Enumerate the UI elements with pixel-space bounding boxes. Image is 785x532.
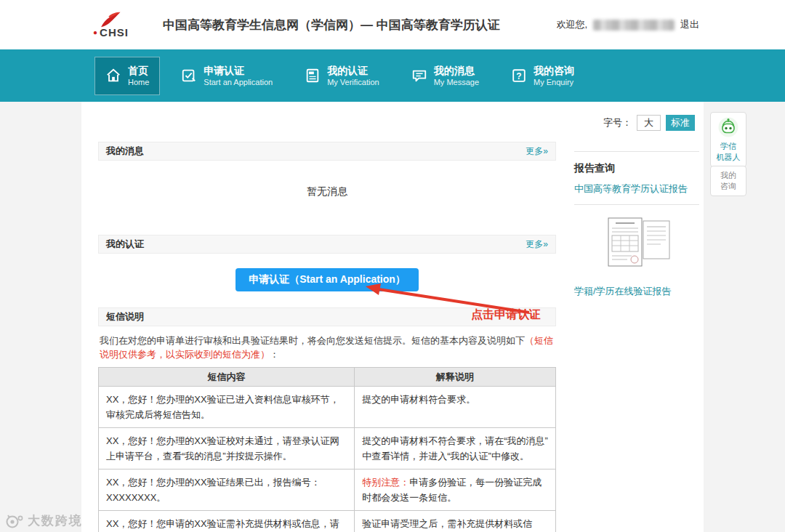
sms-intro-normal: 我们在对您的申请单进行审核和出具验证结果时，将会向您发送短信提示。短信的基本内容… <box>100 335 525 346</box>
nav-item-my-verification[interactable]: 我的认证 My Verification <box>294 57 390 95</box>
sms-intro-text: 我们在对您的申请单进行审核和出具验证结果时，将会向您发送短信提示。短信的基本内容… <box>98 326 556 367</box>
nav-label: 首页 <box>128 65 149 77</box>
explanation-header: 解释说明 <box>355 368 556 387</box>
explanation-cell: 特别注意：申请多份验证，每一份验证完成时都会发送一条短信。 <box>355 469 556 511</box>
my-verification-doc-icon <box>305 68 321 84</box>
table-row: XX，您好！您办理的XX验证已进入资料信息审核环节，审核完成后将短信告知。 提交… <box>99 387 556 428</box>
sms-content-header: 短信内容 <box>99 368 355 387</box>
sms-content-cell: XX，您好！您办理的XX验证已进入资料信息审核环节，审核完成后将短信告知。 <box>99 387 355 428</box>
watermark-text: 大数跨境 <box>28 512 83 529</box>
nav-item-home[interactable]: 首页 Home <box>94 57 160 95</box>
table-row: XX，您好！您申请的XX验证需补充提供材料或信息，请您尽快登录网上申请系统，在“… <box>99 511 556 532</box>
xuexin-robot-button[interactable]: 学信 机器人 <box>710 112 746 167</box>
robot-label-line2: 机器人 <box>712 152 744 163</box>
explanation-cell: 提交的申请材料符合要求。 <box>355 387 556 428</box>
nav-label: 申请认证 <box>204 65 273 77</box>
messages-section-title: 我的消息 <box>106 142 144 160</box>
sms-section-title: 短信说明 <box>106 308 144 326</box>
logo-dot-icon: ● <box>93 28 97 36</box>
degree-verification-report-link[interactable]: 中国高等教育学历认证报告 <box>574 182 699 196</box>
nav-sublabel: Home <box>128 77 149 87</box>
explanation-text: 提交的申请材料不符合要求，请在“我的消息”中查看详情，并进入“我的认证”中修改。 <box>362 435 548 462</box>
apply-button-row: 申请认证（Start an Application） <box>98 254 556 307</box>
table-header-row: 短信内容 解释说明 <box>99 368 556 387</box>
messages-section-header: 我的消息 更多» <box>98 142 556 161</box>
verification-section: 我的认证 更多» 申请认证（Start an Application） <box>98 235 556 307</box>
start-application-button[interactable]: 申请认证（Start an Application） <box>236 268 419 291</box>
svg-text:?: ? <box>516 71 521 81</box>
nav-sublabel: My Enquiry <box>534 77 574 87</box>
explanation-highlight: 特别注意： <box>362 477 409 488</box>
apply-check-icon <box>181 68 197 84</box>
sms-content-cell: XX，您好！您办理的XX验证结果已出，报告编号：XXXXXXXX。 <box>99 469 355 511</box>
nav-label: 我的咨询 <box>534 65 574 77</box>
nav-item-my-enquiry[interactable]: ? 我的咨询 My Enquiry <box>500 57 585 95</box>
sms-intro-tail: ： <box>270 349 279 360</box>
user-area: 欢迎您, 退出 <box>556 18 699 31</box>
logo-text: CHSI <box>100 26 129 39</box>
explanation-cell: 验证申请受理之后，需补充提供材料或信息。 <box>355 511 556 532</box>
explanation-cell: 提交的申请材料不符合要求，请在“我的消息”中查看详情，并进入“我的认证”中修改。 <box>355 428 556 469</box>
site-title: 中国高等教育学生信息网（学信网）— 中国高等教育学历认证 <box>163 17 500 33</box>
robot-label-line1: 学信 <box>712 141 744 152</box>
main-column: 我的消息 更多» 暂无消息 我的认证 更多» 申请认证（Start an App… <box>98 142 556 532</box>
welcome-text: 欢迎您, <box>556 18 587 31</box>
sidebar-divider <box>574 151 699 152</box>
main-nav: 首页 Home 申请认证 Start an Application 我的认证 M… <box>0 49 785 102</box>
verification-section-title: 我的认证 <box>106 235 144 253</box>
table-row: XX，您好！您办理的XX验证校对未通过，请登录认证网上申请平台，查看“我的消息”… <box>99 428 556 469</box>
sms-section: 短信说明 我们在对您的申请单进行审核和出具验证结果时，将会向您发送短信提示。短信… <box>98 307 556 532</box>
username-redacted <box>593 20 675 31</box>
sms-table: 短信内容 解释说明 XX，您好！您办理的XX验证已进入资料信息审核环节，审核完成… <box>98 367 556 532</box>
report-query-title: 报告查询 <box>574 162 699 175</box>
top-header: ● CHSI 中国高等教育学生信息网（学信网）— 中国高等教育学历认证 欢迎您,… <box>0 0 785 49</box>
table-row: XX，您好！您办理的XX验证结果已出，报告编号：XXXXXXXX。 特别注意：申… <box>99 469 556 511</box>
online-verification-report-link[interactable]: 学籍/学历在线验证报告 <box>574 285 699 298</box>
sms-content-cell: XX，您好！您办理的XX验证校对未通过，请登录认证网上申请平台，查看“我的消息”… <box>99 428 355 469</box>
nav-sublabel: Start an Application <box>204 77 273 87</box>
watermark: 大数跨境 <box>6 512 83 529</box>
content-area: 我的消息 更多» 暂无消息 我的认证 更多» 申请认证（Start an App… <box>0 102 785 532</box>
message-bubble-icon <box>411 68 427 84</box>
home-icon <box>105 68 121 84</box>
report-document-thumbnail <box>594 215 680 275</box>
my-enquiry-floating-button[interactable]: 我的 咨询 <box>710 166 746 196</box>
messages-section: 我的消息 更多» 暂无消息 <box>98 142 556 235</box>
annotation-label: 点击申请认证 <box>471 307 541 323</box>
enquiry-label-line1: 我的 <box>712 170 744 181</box>
main-container: 我的消息 更多» 暂无消息 我的认证 更多» 申请认证（Start an App… <box>81 102 704 532</box>
question-mark-icon: ? <box>511 68 527 84</box>
nav-sublabel: My Message <box>434 77 479 87</box>
messages-empty-text: 暂无消息 <box>98 161 556 235</box>
explanation-text: 提交的申请材料符合要求。 <box>362 394 475 405</box>
explanation-text: 验证申请受理之后，需补充提供材料或信息。 <box>362 518 532 532</box>
verification-more-link[interactable]: 更多» <box>526 235 548 253</box>
font-size-label: 字号： <box>603 116 632 129</box>
right-sidebar: 字号： 大 标准 报告查询 中国高等教育学历认证报告 <box>574 113 699 532</box>
nav-label: 我的认证 <box>327 65 379 77</box>
sidebar-divider <box>574 204 699 205</box>
nav-label: 我的消息 <box>434 65 479 77</box>
nav-item-my-message[interactable]: 我的消息 My Message <box>400 57 490 95</box>
sms-content-cell: XX，您好！您申请的XX验证需补充提供材料或信息，请您尽快登录网上申请系统，在“… <box>99 511 355 532</box>
messages-more-link[interactable]: 更多» <box>526 142 548 160</box>
logout-link[interactable]: 退出 <box>680 18 699 31</box>
font-size-standard-button[interactable]: 标准 <box>666 115 695 131</box>
robot-icon <box>717 116 739 138</box>
watermark-logo-icon <box>6 513 25 529</box>
nav-item-start-application[interactable]: 申请认证 Start an Application <box>170 57 283 95</box>
verification-section-header: 我的认证 更多» <box>98 235 556 254</box>
font-size-large-button[interactable]: 大 <box>637 115 661 131</box>
font-size-controls: 字号： 大 标准 <box>574 115 699 131</box>
enquiry-label-line2: 咨询 <box>712 181 744 192</box>
chsi-logo: ● CHSI <box>93 11 156 39</box>
nav-sublabel: My Verification <box>327 77 379 87</box>
